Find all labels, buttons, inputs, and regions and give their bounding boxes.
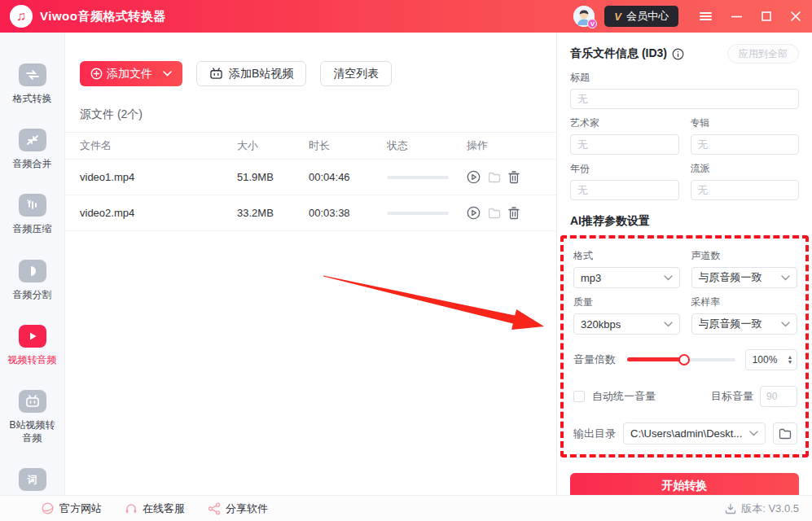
status-bar: 官方网站 在线客服 分享软件 版本: V3.0.5 (0, 495, 812, 521)
format-select[interactable]: mp3 (573, 267, 680, 288)
add-file-button[interactable]: 添加文件 (80, 61, 182, 86)
sidebar: 格式转换 音频合并 音频压缩 音频分割 视频转音频 (0, 33, 65, 495)
lyrics-icon: 词 (19, 468, 46, 491)
sidebar-item-audio-split[interactable]: 音频分割 (2, 260, 64, 301)
chevron-down-icon (664, 322, 673, 327)
ai-settings-highlight-box: 格式 mp3 声道数 与原音频一致 (560, 235, 809, 458)
output-dir-label: 输出目录 (573, 427, 616, 441)
field-label-year: 年份 (570, 162, 679, 176)
col-filename: 文件名 (80, 138, 237, 153)
format-label: 格式 (573, 249, 680, 263)
volume-stepper[interactable]: 100% ▲ ▼ (745, 349, 797, 370)
audio-split-icon (19, 260, 46, 282)
col-actions: 操作 (467, 138, 548, 153)
year-field[interactable] (570, 180, 679, 200)
folder-icon (779, 428, 792, 440)
id3-section-title: 音乐文件信息 (ID3) (570, 46, 667, 61)
clear-list-label: 清空列表 (333, 67, 379, 81)
target-volume-label: 目标音量 (711, 389, 753, 404)
artist-field[interactable] (570, 134, 679, 155)
sidebar-item-label: 格式转换 (7, 92, 59, 105)
folder-icon[interactable] (488, 208, 501, 219)
globe-icon (41, 501, 55, 515)
share-app-link[interactable]: 分享软件 (208, 501, 268, 516)
add-bilibili-button[interactable]: 添加B站视频 (196, 61, 306, 86)
samplerate-label: 采样率 (691, 296, 798, 309)
source-files-count: 源文件 (2个) (65, 86, 556, 122)
menu-icon[interactable] (700, 11, 712, 21)
volume-label: 音量倍数 (573, 352, 616, 367)
vip-icon: V (614, 11, 621, 23)
download-icon (725, 503, 736, 514)
delete-icon[interactable] (508, 207, 520, 220)
plus-circle-icon (90, 68, 103, 80)
version-text: 版本: V3.0.5 (741, 501, 799, 516)
ai-settings-title: AI推荐参数设置 (570, 214, 799, 229)
play-icon[interactable] (467, 206, 481, 220)
auto-volume-checkbox[interactable] (573, 391, 585, 402)
samplerate-select[interactable]: 与原音频一致 (691, 313, 798, 335)
member-center-label: 会员中心 (626, 9, 669, 24)
sidebar-item-audio-compress[interactable]: 音频压缩 (2, 194, 64, 235)
format-convert-icon (19, 63, 46, 86)
sidebar-item-bilibili-to-audio[interactable]: B站视频转音频 (2, 390, 64, 444)
table-row[interactable]: video2.mp4 33.2MB 00:03:38 (65, 195, 556, 231)
maximize-icon[interactable] (762, 11, 771, 21)
audio-compress-icon (19, 194, 46, 217)
member-center-button[interactable]: V 会员中心 (604, 6, 678, 27)
stepper-down-icon[interactable]: ▼ (788, 360, 793, 365)
file-size: 51.9MB (237, 171, 309, 183)
sidebar-item-format-convert[interactable]: 格式转换 (2, 63, 64, 105)
sidebar-item-audio-merge[interactable]: 音频合并 (2, 129, 64, 170)
sidebar-item-label: 视频转音频 (7, 353, 59, 366)
chevron-down-icon (781, 322, 790, 327)
volume-slider[interactable] (627, 354, 735, 366)
close-icon[interactable] (791, 11, 801, 21)
table-row[interactable]: video1.mp4 51.9MB 00:04:46 (65, 160, 556, 195)
col-duration: 时长 (309, 138, 387, 153)
user-avatar[interactable]: V (573, 6, 595, 27)
sidebar-item-video-to-audio[interactable]: 视频转音频 (2, 325, 64, 366)
official-site-link[interactable]: 官方网站 (41, 501, 102, 516)
file-panel: 添加文件 添加B站视频 清空列表 源文件 (2个) 文件名 大小 时长 (65, 33, 557, 495)
chevron-down-icon (664, 275, 673, 281)
target-volume-field[interactable] (760, 386, 797, 407)
add-bilibili-label: 添加B站视频 (229, 67, 293, 81)
sidebar-item-label: 音频分割 (7, 288, 59, 301)
browse-folder-button[interactable] (773, 422, 797, 444)
minimize-icon[interactable] (731, 11, 742, 21)
delete-icon[interactable] (508, 171, 520, 184)
file-name: video2.mp4 (80, 207, 237, 219)
album-field[interactable] (691, 134, 800, 155)
apply-to-all-button[interactable]: 应用到全部 (727, 44, 799, 63)
output-dir-select[interactable]: C:\Users\admin\Deskt... (623, 422, 766, 444)
progress-bar (387, 212, 449, 215)
col-size: 大小 (237, 138, 309, 153)
slider-handle[interactable] (678, 354, 690, 366)
share-icon (208, 502, 221, 515)
file-size: 33.2MB (237, 207, 309, 219)
channels-select[interactable]: 与原音频一致 (691, 267, 798, 288)
chevron-down-icon (163, 71, 172, 77)
table-header: 文件名 大小 时长 状态 操作 (65, 132, 556, 160)
progress-bar (387, 176, 449, 179)
title-field[interactable] (570, 89, 799, 109)
info-icon[interactable] (672, 48, 684, 60)
quality-select[interactable]: 320kbps (573, 313, 680, 335)
file-name: video1.mp4 (80, 171, 237, 183)
app-window: ♫ Viwoo音频格式转换器 V V 会员中心 (0, 0, 812, 521)
sidebar-item-label: 音频压缩 (7, 222, 59, 235)
sidebar-item-label: 音频合并 (7, 157, 59, 170)
bilibili-tv-icon (209, 68, 223, 80)
genre-field[interactable] (691, 180, 800, 200)
field-label-title: 标题 (570, 71, 799, 85)
audio-merge-icon (19, 129, 46, 151)
file-duration: 00:03:38 (309, 207, 387, 219)
folder-icon[interactable] (488, 172, 501, 183)
play-icon[interactable] (467, 170, 481, 184)
channels-label: 声道数 (691, 249, 798, 263)
online-service-link[interactable]: 在线客服 (125, 501, 185, 516)
app-logo-icon: ♫ (10, 5, 33, 28)
clear-list-button[interactable]: 清空列表 (320, 61, 392, 86)
field-label-genre: 流派 (691, 162, 800, 176)
